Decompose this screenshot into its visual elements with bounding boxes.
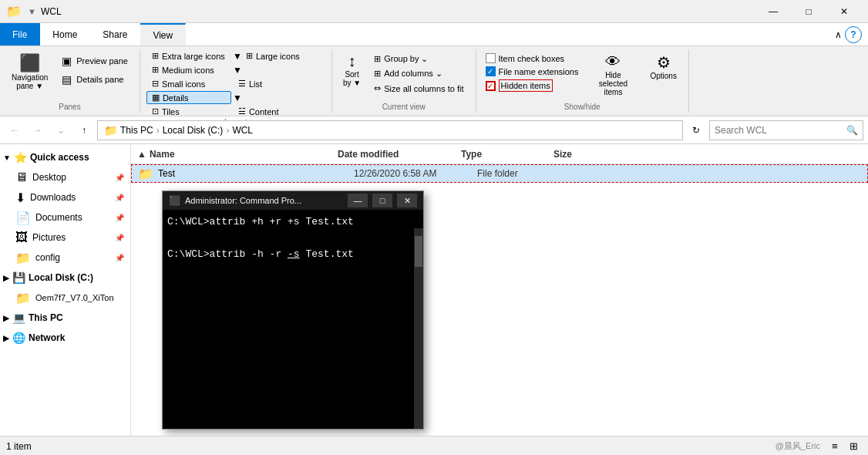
title-bar-controls: — □ ✕: [755, 0, 862, 23]
file-item-name: Test: [158, 168, 354, 179]
sidebar-section-quick-access[interactable]: ▼ ⭐ Quick access: [0, 147, 130, 167]
ribbon-group-panes: ⬛ Navigationpane ▼ ▣ Preview pane ▤ Deta…: [0, 49, 140, 113]
layout-dropdown-2[interactable]: ▼: [233, 63, 239, 76]
sidebar-section-this-pc[interactable]: ▶ 💻 This PC: [0, 308, 130, 328]
back-button[interactable]: ←: [5, 120, 25, 140]
tab-view[interactable]: View: [140, 23, 186, 46]
column-size-label: Size: [553, 149, 572, 160]
show-hide-checkboxes: Item check boxes ✓ File name extensions …: [483, 49, 582, 96]
path-this-pc[interactable]: This PC: [120, 125, 153, 136]
size-all-columns-button[interactable]: ⇔ Size all columns to fit: [368, 82, 469, 95]
tiles-icon: ⊡: [152, 106, 159, 116]
search-box[interactable]: 🔍: [709, 120, 863, 140]
recent-button[interactable]: ⌄: [51, 120, 71, 140]
large-view-toggle[interactable]: ⊞: [845, 438, 862, 455]
hide-selected-button[interactable]: 👁 Hide selected items: [584, 49, 641, 100]
local-disk-chevron: ▶: [3, 274, 9, 282]
preview-pane-icon: ▣: [62, 55, 72, 67]
window-title: WCL: [41, 6, 62, 17]
layout-dropdown-4[interactable]: ▼: [233, 91, 239, 104]
forward-button[interactable]: →: [28, 120, 48, 140]
minimize-button[interactable]: —: [755, 0, 791, 23]
current-view-content: ↕ Sortby ▼ ⊞ Group by ⌄ ⊞ Add columns ⌄ …: [338, 49, 469, 103]
cmd-maximize-button[interactable]: □: [372, 194, 392, 207]
file-item-type: File folder: [477, 168, 570, 179]
large-icon: ⊞: [246, 51, 253, 61]
cmd-line-blank: [167, 231, 419, 247]
options-button[interactable]: ⚙ Options: [644, 49, 681, 84]
search-icon: 🔍: [846, 125, 858, 136]
sort-by-button[interactable]: ↕ Sortby ▼: [338, 49, 365, 90]
large-icons-button[interactable]: ⊞ Large icons: [241, 49, 325, 62]
cmd-scrollbar-thumb[interactable]: [415, 236, 422, 267]
details-pane-icon: ▤: [62, 73, 72, 86]
sidebar-section-local-disk[interactable]: ▶ 💾 Local Disk (C:): [0, 268, 130, 288]
close-button[interactable]: ✕: [826, 0, 862, 23]
address-path[interactable]: 📁 This PC › Local Disk (C:) › WCL: [97, 120, 683, 140]
file-name-extensions-checkbox[interactable]: ✓: [486, 66, 496, 76]
documents-label: Documents: [35, 212, 82, 223]
tab-share[interactable]: Share: [90, 23, 140, 46]
column-type[interactable]: Type: [461, 149, 553, 160]
tab-file[interactable]: File: [0, 23, 40, 46]
sidebar-item-downloads[interactable]: ⬇ Downloads 📌: [0, 187, 130, 207]
preview-pane-button[interactable]: ▣ Preview pane: [58, 52, 132, 69]
list-icon: ☰: [238, 79, 246, 89]
cmd-scrollbar[interactable]: [414, 228, 423, 429]
list-button[interactable]: ☰ List: [233, 77, 318, 90]
sidebar-item-pictures[interactable]: 🖼 Pictures 📌: [0, 228, 130, 248]
medium-icons-button[interactable]: ⊞ Medium icons: [146, 63, 231, 76]
this-pc-icon: 💻: [12, 312, 25, 324]
extra-large-icons-button[interactable]: ⊞ Extra large icons: [146, 49, 231, 62]
navigation-pane-button[interactable]: ⬛ Navigationpane ▼: [6, 49, 53, 94]
sidebar-item-documents[interactable]: 📄 Documents 📌: [0, 207, 130, 228]
ribbon-collapse-button[interactable]: ∧: [835, 29, 842, 40]
column-size[interactable]: Size: [553, 149, 615, 160]
cmd-close-button[interactable]: ✕: [397, 194, 417, 207]
size-all-label: Size all columns to fit: [384, 84, 463, 93]
details-pane-button[interactable]: ▤ Details pane: [58, 71, 132, 88]
file-list-header: ▲ Name Date modified Type Size: [131, 144, 868, 164]
config-label: config: [35, 252, 60, 263]
help-button[interactable]: ?: [845, 26, 862, 43]
layout-dropdown-1[interactable]: ▼: [233, 49, 239, 62]
hidden-items-label: Hidden items: [499, 79, 553, 92]
item-check-boxes-row[interactable]: Item check boxes: [483, 52, 582, 64]
column-date[interactable]: Date modified: [338, 149, 461, 160]
search-input[interactable]: [715, 125, 843, 136]
network-label: Network: [29, 332, 65, 343]
file-item-test[interactable]: 📁 Test 12/26/2020 6:58 AM File folder: [131, 164, 868, 183]
sidebar-item-oem[interactable]: 📁 Oem7f7_V7.0_XiTon: [0, 288, 130, 308]
file-name-extensions-row[interactable]: ✓ File name extensions: [483, 66, 582, 77]
layout-row-3: ⊟ Small icons ☰ List: [146, 77, 325, 90]
sidebar-section-network[interactable]: ▶ 🌐 Network: [0, 328, 130, 348]
status-watermark: @晨风_Eric: [775, 440, 820, 452]
sidebar: ▼ ⭐ Quick access 🖥 Desktop 📌 ⬇ Downloads…: [0, 144, 131, 436]
path-wcl[interactable]: WCL: [232, 125, 253, 136]
path-local-disk[interactable]: Local Disk (C:): [163, 125, 224, 136]
content-button[interactable]: ☱ Content: [233, 105, 318, 118]
hidden-items-checkbox[interactable]: ✓: [486, 81, 496, 91]
tab-home[interactable]: Home: [40, 23, 90, 46]
maximize-button[interactable]: □: [791, 0, 826, 23]
column-name[interactable]: ▲ Name: [137, 149, 338, 160]
details-view-toggle[interactable]: ≡: [826, 438, 843, 455]
up-button[interactable]: ↑: [74, 120, 94, 140]
oem-icon: 📁: [15, 291, 31, 305]
sidebar-item-desktop[interactable]: 🖥 Desktop 📌: [0, 167, 130, 187]
view-toggle: ≡ ⊞: [826, 438, 862, 455]
pictures-pin: 📌: [115, 234, 124, 242]
sidebar-item-config[interactable]: 📁 config 📌: [0, 248, 130, 268]
cmd-minimize-button[interactable]: —: [348, 194, 368, 207]
add-columns-button[interactable]: ⊞ Add columns ⌄: [368, 67, 469, 80]
desktop-pin: 📌: [115, 174, 124, 182]
refresh-button[interactable]: ↻: [686, 120, 706, 140]
small-icons-button[interactable]: ⊟ Small icons: [146, 77, 231, 90]
hidden-items-row[interactable]: ✓ Hidden items: [483, 79, 582, 93]
path-folder-icon: 📁: [104, 124, 117, 136]
ribbon-group-show-hide: Item check boxes ✓ File name extensions …: [476, 49, 689, 113]
tiles-button[interactable]: ⊡ Tiles: [146, 105, 231, 118]
details-button[interactable]: ▦ Details: [146, 91, 231, 104]
item-check-boxes-checkbox[interactable]: [486, 53, 496, 63]
group-by-button[interactable]: ⊞ Group by ⌄: [368, 52, 469, 66]
